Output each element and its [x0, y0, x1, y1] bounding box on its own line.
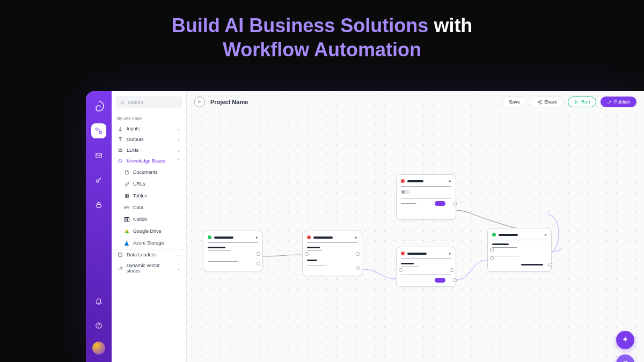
workflow-node[interactable]: ▸ ▪	[302, 231, 362, 276]
kb-label: Azure Storage	[133, 240, 164, 246]
category-label: Data Loaders	[127, 252, 156, 257]
search-icon	[120, 100, 125, 105]
search-placeholder: Search	[128, 100, 143, 105]
svg-point-3	[96, 180, 99, 182]
svg-rect-4	[97, 204, 101, 207]
share-button[interactable]: Share	[531, 97, 564, 107]
workflow-node[interactable]: ▸ ▪	[396, 174, 456, 220]
category-data-loaders[interactable]: Data Loaders ⌄	[112, 249, 186, 260]
svg-point-12	[538, 101, 539, 102]
node-chip[interactable]	[435, 201, 445, 206]
rail-bell-icon[interactable]	[91, 294, 106, 309]
category-inputs[interactable]: Inputs ⌄	[112, 123, 186, 134]
headline-accent-2: Workflow Automation	[223, 39, 421, 61]
input-port[interactable]	[490, 248, 494, 252]
svg-point-13	[540, 103, 541, 104]
output-port[interactable]	[450, 268, 453, 272]
play-icon	[574, 100, 579, 105]
rocket-icon	[607, 100, 612, 105]
status-dot-green	[492, 233, 496, 237]
input-port[interactable]	[399, 268, 402, 272]
toggle-switch[interactable]	[401, 190, 409, 194]
category-outputs[interactable]: Outputs ⌄	[112, 134, 186, 145]
status-dot-red	[401, 179, 405, 183]
rail-avatar[interactable]	[92, 342, 105, 354]
kb-google-drive[interactable]: Google Drive	[112, 225, 186, 237]
publish-button[interactable]: Publish	[601, 97, 636, 107]
back-button[interactable]	[194, 97, 205, 107]
sparkle-icon	[621, 336, 630, 344]
workflow-node[interactable]: ▸	[487, 228, 552, 272]
rail-help-icon[interactable]	[91, 318, 106, 333]
kb-data[interactable]: API Data	[112, 202, 186, 213]
search-input[interactable]: Search	[116, 97, 182, 108]
fab-add-node[interactable]	[616, 331, 634, 349]
workflow-node[interactable]: ▸	[396, 247, 456, 287]
cloud-icon	[117, 158, 123, 164]
category-llms[interactable]: LLMs ⌄	[112, 145, 186, 156]
chevron-down-icon: ⌄	[177, 137, 181, 142]
link-icon	[123, 181, 130, 187]
azure-icon	[123, 240, 130, 246]
table-icon	[123, 193, 130, 199]
node-chip[interactable]	[435, 278, 445, 283]
output-port[interactable]	[548, 263, 552, 267]
output-port[interactable]	[356, 267, 360, 270]
run-button[interactable]: Run	[568, 97, 597, 107]
status-dot-green	[208, 235, 211, 239]
category-label: Outputs	[127, 137, 144, 142]
chevron-down-icon: ⌄	[177, 252, 181, 257]
svg-point-6	[99, 327, 99, 328]
document-icon	[123, 169, 130, 175]
input-port[interactable]	[305, 252, 309, 256]
kb-label: Tables	[133, 193, 147, 198]
svg-point-11	[540, 100, 541, 101]
connection-wires	[187, 91, 644, 362]
save-button[interactable]: Save	[502, 97, 526, 107]
google-drive-icon	[123, 228, 130, 234]
svg-rect-9	[125, 194, 128, 197]
output-port[interactable]	[453, 202, 457, 205]
workflow-node[interactable]: ▸	[203, 231, 263, 271]
project-title: Project Name	[210, 99, 248, 105]
canvas-topbar: Project Name Save Share Run Publish	[187, 91, 644, 113]
category-dynamic-vector-stores[interactable]: Dynamic vector stores ⌄	[112, 260, 186, 276]
node-expand-icon: ▸	[449, 251, 451, 256]
kb-notion[interactable]: N Notion	[112, 213, 186, 225]
status-dot-red	[401, 252, 405, 255]
headline-plain: with	[434, 14, 472, 36]
robot-icon	[117, 147, 123, 153]
svg-point-10	[119, 253, 122, 254]
output-port[interactable]	[356, 252, 360, 256]
database-icon	[117, 252, 123, 257]
upload-icon	[117, 137, 123, 142]
workflow-canvas[interactable]: Project Name Save Share Run Publish	[187, 91, 644, 362]
kb-tables[interactable]: Tables	[112, 190, 186, 202]
rail-inbox-icon[interactable]	[91, 148, 106, 163]
kb-label: Data	[133, 205, 143, 210]
rail-lock-icon[interactable]	[91, 197, 106, 212]
headline-accent-1: Build AI Business Solutions	[172, 14, 429, 36]
kb-urls[interactable]: URLs	[112, 178, 186, 190]
svg-rect-8	[119, 149, 122, 151]
svg-rect-1	[99, 131, 101, 134]
app-logo-icon	[91, 99, 106, 114]
kb-azure-storage[interactable]: Azure Storage	[112, 237, 186, 249]
rail-keys-icon[interactable]	[91, 173, 106, 188]
category-label: Dynamic vector stores	[127, 263, 173, 274]
output-port[interactable]	[257, 252, 260, 256]
rail-workflows-icon[interactable]	[91, 123, 106, 138]
kb-label: Google Drive	[133, 228, 162, 234]
input-port[interactable]	[490, 256, 494, 260]
fab-chat[interactable]	[616, 354, 634, 362]
svg-point-7	[121, 101, 124, 104]
api-icon: API	[123, 204, 130, 211]
output-port[interactable]	[453, 278, 457, 282]
nav-rail	[86, 91, 112, 362]
notion-icon: N	[123, 216, 130, 223]
output-port[interactable]	[257, 262, 260, 265]
category-knowledge-bases[interactable]: Knowledge Bases ⌃	[112, 156, 186, 166]
kb-label: Documents	[133, 169, 158, 175]
share-icon	[537, 100, 542, 105]
kb-documents[interactable]: Documents	[112, 166, 186, 178]
